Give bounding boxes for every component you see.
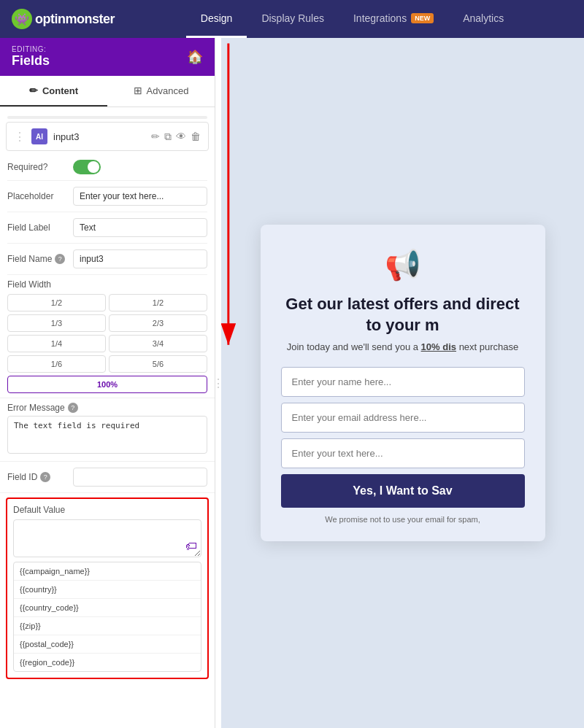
nav-tab-design[interactable]: Design (186, 1, 247, 38)
content-tab-label: Content (42, 85, 78, 96)
nav-tab-integrations[interactable]: Integrations NEW (339, 1, 448, 38)
editing-header: EDITING: Fields 🏠 (0, 38, 215, 76)
field-name-input[interactable] (73, 249, 207, 268)
nav-tab-display-rules[interactable]: Display Rules (247, 1, 339, 38)
copy-icon[interactable]: ⧉ (164, 131, 172, 143)
field-width-label: Field Width (7, 279, 207, 290)
width-btn-half-2[interactable]: 1/2 (109, 294, 207, 311)
preview-area: 📢 Get our latest offers and direct to yo… (221, 38, 584, 728)
token-item-zip[interactable]: {{zip}} (14, 617, 201, 635)
nav-tab-analytics[interactable]: Analytics (448, 1, 518, 38)
token-item-postal-code[interactable]: {{postal_code}} (14, 635, 201, 654)
field-width-section: Field Width 1/2 1/2 1/3 2/3 1/4 3/4 1/6 … (0, 275, 215, 398)
advanced-tab-icon: ⊞ (134, 85, 142, 96)
field-item-name: input3 (53, 131, 145, 142)
width-btn-full[interactable]: 100% (7, 376, 207, 393)
placeholder-input[interactable] (73, 187, 207, 206)
tab-content[interactable]: ✏ Content (0, 76, 107, 107)
default-value-input[interactable] (13, 519, 201, 557)
width-btn-three-quarters[interactable]: 3/4 (109, 335, 207, 352)
popup-submit-button[interactable]: Yes, I Want to Sav (281, 474, 525, 508)
width-btn-quarter[interactable]: 1/4 (7, 335, 106, 352)
field-type-icon: AI (31, 128, 47, 144)
new-badge: NEW (411, 13, 434, 23)
field-label-row: Field Label (7, 212, 207, 244)
tag-icon: 🏷 (185, 540, 197, 553)
field-item-actions: ✏ ⧉ 👁 🗑 (151, 131, 201, 143)
width-btn-two-thirds[interactable]: 2/3 (109, 314, 207, 332)
tab-advanced[interactable]: ⊞ Advanced (107, 76, 215, 107)
field-label-input[interactable] (73, 218, 207, 237)
field-name-label: Field Name (7, 254, 52, 264)
editing-label: EDITING: (12, 45, 50, 53)
error-message-label-wrap: Error Message ? (7, 403, 207, 413)
top-navigation: 👾 optinmonster Design Display Rules Inte… (0, 0, 584, 38)
form-section: Required? Placeholder Field Label Field … (0, 154, 215, 275)
nav-tabs: Design Display Rules Integrations NEW An… (132, 1, 572, 38)
drag-handle-icon[interactable]: ⋮ (14, 130, 26, 144)
popup-text-input[interactable] (281, 438, 525, 468)
field-name-row: Field Name ? (7, 244, 207, 275)
width-btn-sixth[interactable]: 1/6 (7, 355, 106, 373)
content-tab-icon: ✏ (29, 85, 38, 96)
token-item-campaign-name[interactable]: {{campaign_name}} (14, 562, 201, 581)
width-btn-third-1[interactable]: 1/3 (7, 314, 106, 332)
required-label: Required? (7, 162, 73, 172)
width-btn-five-sixths[interactable]: 5/6 (109, 355, 207, 373)
advanced-tab-label: Advanced (147, 85, 189, 96)
default-value-section: Default Value 🏷 {{campaign_name}} {{coun… (6, 497, 209, 679)
default-value-label: Default Value (13, 505, 201, 515)
edit-icon[interactable]: ✏ (151, 131, 160, 143)
required-toggle[interactable] (73, 160, 101, 174)
popup-subtitle: Join today and we'll send you a 10% dis … (281, 341, 525, 352)
error-message-label: Error Message (7, 403, 65, 413)
token-item-country-code[interactable]: {{country_code}} (14, 599, 201, 617)
field-id-label: Field ID (7, 472, 37, 482)
home-button[interactable]: 🏠 (187, 49, 203, 65)
width-btn-half-1[interactable]: 1/2 (7, 294, 106, 311)
token-item-region-code[interactable]: {{region_code}} (14, 654, 201, 671)
field-name-help-icon[interactable]: ? (55, 254, 65, 264)
sidebar-tabs: ✏ Content ⊞ Advanced (0, 76, 215, 107)
editing-title: Fields (12, 53, 50, 69)
field-id-label-wrap: Field ID ? (7, 472, 73, 482)
sidebar: EDITING: Fields 🏠 ✏ Content ⊞ Advanced ⋮ (0, 38, 215, 728)
field-id-help-icon[interactable]: ? (40, 472, 50, 482)
field-item-input3: ⋮ AI input3 ✏ ⧉ 👁 🗑 (6, 122, 209, 151)
required-row: Required? (7, 154, 207, 181)
eye-icon[interactable]: 👁 (176, 131, 186, 143)
resize-handle[interactable]: ⋮ (215, 38, 221, 728)
token-item-country[interactable]: {{country}} (14, 581, 201, 599)
popup-subtitle-link: 10% dis (421, 341, 456, 352)
delete-icon[interactable]: 🗑 (191, 131, 201, 143)
token-list: {{campaign_name}} {{country}} {{country_… (13, 562, 201, 672)
popup-title: Get our latest offers and direct to your… (281, 294, 525, 336)
popup-name-input[interactable] (281, 367, 525, 397)
error-message-help-icon[interactable]: ? (68, 403, 78, 413)
field-id-row: Field ID ? (0, 462, 215, 493)
error-message-section: Error Message ? The text field is requir… (0, 398, 215, 462)
megaphone-icon: 📢 (385, 249, 421, 281)
logo-monster-icon: 👾 (12, 9, 32, 29)
nav-tab-integrations-label: Integrations (353, 12, 407, 24)
editing-info: EDITING: Fields (12, 45, 50, 69)
logo: 👾 optinmonster (12, 9, 115, 29)
logo-text: optinmonster (35, 12, 115, 27)
popup-card: 📢 Get our latest offers and direct to yo… (261, 225, 545, 541)
field-name-label-wrap: Field Name ? (7, 254, 73, 264)
popup-disclaimer: We promise not to use your email for spa… (281, 515, 525, 524)
field-id-input[interactable] (73, 468, 207, 487)
sidebar-content: ⋮ AI input3 ✏ ⧉ 👁 🗑 Required? (0, 107, 215, 728)
placeholder-label: Placeholder (7, 191, 73, 201)
default-value-input-wrap: 🏷 (13, 519, 201, 557)
main-layout: EDITING: Fields 🏠 ✏ Content ⊞ Advanced ⋮ (0, 38, 584, 728)
popup-icon: 📢 (281, 248, 525, 282)
width-grid: 1/2 1/2 1/3 2/3 1/4 3/4 1/6 5/6 100% (7, 294, 207, 393)
field-label-label: Field Label (7, 222, 73, 233)
popup-email-input[interactable] (281, 403, 525, 433)
divider (7, 116, 207, 119)
placeholder-row: Placeholder (7, 181, 207, 212)
error-message-input[interactable]: The text field is required (7, 416, 207, 454)
